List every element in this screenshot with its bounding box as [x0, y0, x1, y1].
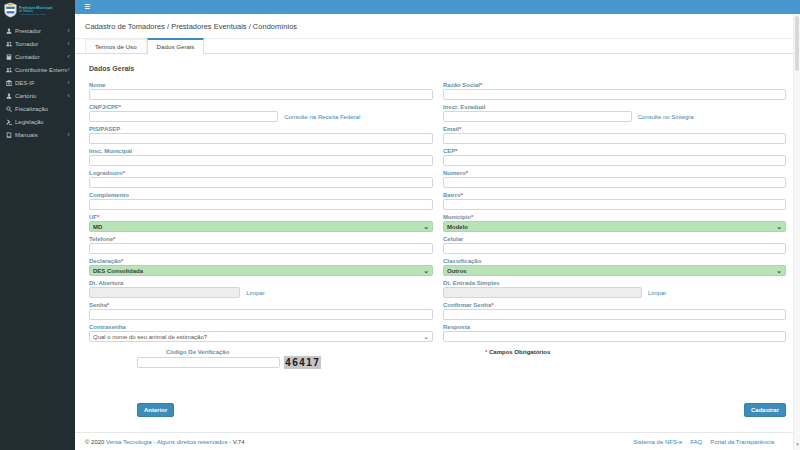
pis-pasep-input[interactable] — [89, 133, 433, 144]
field-label: Classificação — [443, 257, 786, 265]
chevron-left-icon: ‹ — [67, 28, 71, 34]
footer-link-sistema-de-nfs-e[interactable]: Sistema de NFS-e — [633, 439, 682, 445]
field-label: Numero* — [443, 169, 786, 177]
declaracao-select[interactable]: DES Consolidada⌄ — [89, 265, 433, 276]
required-star: * — [459, 126, 461, 132]
limpar-link[interactable]: Limpar — [648, 290, 666, 296]
select-value: Outros — [447, 268, 467, 274]
select-value: Modelo — [447, 224, 468, 230]
logo-text-line3: Administração Tributária — [19, 12, 52, 15]
bairro-input[interactable] — [443, 199, 786, 210]
field-numero: Numero* — [443, 169, 786, 188]
cep-input[interactable] — [443, 155, 786, 166]
celular-input[interactable] — [443, 243, 786, 254]
sidebar: Prefeitura Municipal de Modelo Administr… — [0, 0, 75, 450]
crest-icon — [4, 2, 17, 18]
select-value: Qual o nome do seu animal de estimação? — [93, 334, 207, 340]
field-label: Logradouro* — [89, 169, 433, 177]
municipality-logo: Prefeitura Municipal de Modelo Administr… — [0, 0, 75, 20]
required-star: * — [491, 302, 493, 308]
dt-entrada-simples-input — [443, 287, 642, 298]
dt-abertura-input — [89, 287, 240, 298]
contrasenha-select[interactable]: Qual o nome do seu animal de estimação?⌄ — [89, 331, 433, 342]
field-logradouro: Logradouro* — [89, 169, 433, 188]
title-block: Cadastro de Tomadores / Prestadores Even… — [75, 14, 800, 39]
sidebar-item-manuais[interactable]: Manuais‹ — [0, 128, 75, 141]
nome-input[interactable] — [89, 89, 433, 100]
sidebar-item-label: Fiscalização — [15, 106, 71, 112]
field-dt-entrada-simples: Dt. Entrada SimplesLimpar — [443, 279, 786, 298]
sidebar-item-cartorio[interactable]: Cartório‹ — [0, 89, 75, 102]
sidebar-item-legislacao[interactable]: Legislação — [0, 115, 75, 128]
consulte-no-sintegra-link[interactable]: Consulte no Sintegra — [638, 114, 694, 120]
field-label: UF* — [89, 213, 433, 221]
tab-termos-de-uso[interactable]: Termos de Uso — [85, 39, 147, 53]
field-label: Dt. Abertura — [89, 279, 433, 287]
logradouro-input[interactable] — [89, 177, 433, 188]
razao-social-input[interactable] — [443, 89, 786, 100]
hamburger-menu-icon[interactable]: ☰ — [84, 0, 90, 14]
resposta-input[interactable] — [443, 331, 786, 342]
sidebar-item-label: Legislação — [15, 119, 71, 125]
chevron-down-icon: ⌄ — [776, 268, 782, 273]
field-label: Município* — [443, 213, 786, 221]
field-label: CEP* — [443, 147, 786, 155]
chevron-left-icon: ‹ — [67, 67, 71, 73]
classificacao-select[interactable]: Outros⌄ — [443, 265, 786, 276]
vertical-scrollbar[interactable]: ▾ — [793, 14, 800, 450]
field-label: Declaração* — [89, 257, 433, 265]
sidebar-item-prestador[interactable]: Prestador‹ — [0, 24, 75, 37]
required-star: * — [471, 214, 473, 220]
sidebar-item-des-if[interactable]: DES-IF‹ — [0, 76, 75, 89]
cnpj-cpf-input[interactable] — [89, 111, 278, 122]
insc-municipal-input[interactable] — [89, 155, 433, 166]
sidebar-item-contribuinte-externo[interactable]: Contribuinte Externo‹ — [0, 63, 75, 76]
field-label: Email* — [443, 125, 786, 133]
scroll-down-arrow-icon[interactable]: ▾ — [794, 441, 800, 447]
sidebar-item-tomador[interactable]: Tomador‹ — [0, 37, 75, 50]
footer-link-faq[interactable]: FAQ — [690, 439, 702, 445]
scrollbar-thumb[interactable] — [795, 16, 799, 71]
confirmar-senha-input[interactable] — [443, 309, 786, 320]
previous-button[interactable]: Anterior — [137, 403, 174, 417]
chevron-left-icon: ‹ — [67, 93, 71, 99]
field-label: Dt. Entrada Simples — [443, 279, 786, 287]
field-senha: Senha* — [89, 301, 433, 320]
register-button[interactable]: Cadastrar — [744, 403, 786, 417]
field-email: Email* — [443, 125, 786, 144]
telefone-input[interactable] — [89, 243, 433, 254]
municipio-select[interactable]: Modelo⌄ — [443, 221, 786, 232]
tab-dados-gerais[interactable]: Dados Gerais — [147, 38, 205, 54]
captcha-input[interactable] — [137, 357, 280, 368]
sidebar-item-label: Tomador — [15, 41, 67, 47]
consulte-na-receita-federal-link[interactable]: Consulte na Receita Federal — [284, 114, 360, 120]
field-municipio: Município*Modelo⌄ — [443, 213, 786, 232]
field-label: Nome — [89, 81, 433, 89]
field-label: Contrasenha — [89, 323, 433, 331]
field-uf: UF*MD⌄ — [89, 213, 433, 232]
field-inscr-estadual: Inscr. EstadualConsulte no Sintegra — [443, 103, 786, 122]
sidebar-menu: Prestador‹Tomador‹Contador‹Contribuinte … — [0, 24, 75, 141]
field-bairro: Bairro* — [443, 191, 786, 210]
senha-input[interactable] — [89, 309, 433, 320]
logo-text: Prefeitura Municipal de Modelo Administr… — [19, 5, 52, 15]
limpar-link[interactable]: Limpar — [246, 290, 264, 296]
required-star: * — [455, 148, 457, 154]
inscr-estadual-input[interactable] — [443, 111, 632, 122]
sidebar-item-fiscalizacao[interactable]: Fiscalização — [0, 102, 75, 115]
required-note-star: * — [485, 349, 487, 355]
field-declaracao: Declaração*DES Consolidada⌄ — [89, 257, 433, 276]
numero-input[interactable] — [443, 177, 786, 188]
sidebar-item-label: DES-IF — [15, 80, 67, 86]
complemento-input[interactable] — [89, 199, 433, 210]
field-razao-social: Razão Social* — [443, 81, 786, 100]
footer-link-portal-da-transparencia[interactable]: Portal da Transparência — [710, 439, 774, 445]
email-input[interactable] — [443, 133, 786, 144]
required-star: * — [119, 104, 121, 110]
company-link[interactable]: Versa Tecnologia - Alguns direitos reser… — [106, 439, 227, 445]
field-label: Bairro* — [443, 191, 786, 199]
topbar: ☰ — [75, 0, 800, 14]
sidebar-item-contador[interactable]: Contador‹ — [0, 50, 75, 63]
select-value: DES Consolidada — [93, 268, 143, 274]
uf-select[interactable]: MD⌄ — [89, 221, 433, 232]
